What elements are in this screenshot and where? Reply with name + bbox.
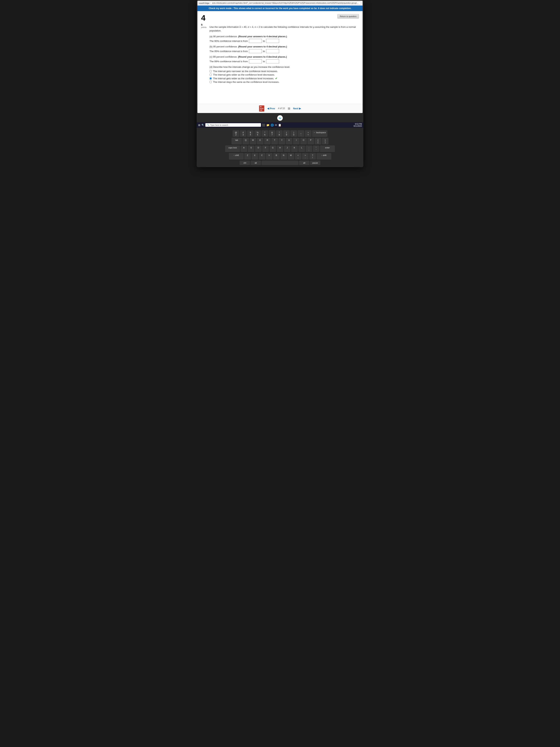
key-pause[interactable]: pause	[310, 161, 320, 165]
content-area: 4 Return to question 5 points Use the sa…	[197, 11, 363, 104]
key-5[interactable]: %5	[254, 130, 261, 137]
key-7[interactable]: &7	[269, 130, 275, 137]
keyboard-row-qwerty: tab Q W E R T Y U I O P {[ }]	[198, 138, 362, 145]
radio-label-2: The interval gets wider as the confidenc…	[213, 73, 275, 76]
key-backspace[interactable]: ← backspace	[312, 130, 327, 137]
next-button[interactable]: Next ▶	[293, 107, 301, 110]
key-tab[interactable]: tab	[232, 138, 242, 145]
key-4[interactable]: $4	[247, 130, 254, 137]
key-shift-right[interactable]: ↑ shift	[317, 153, 331, 160]
key-slash[interactable]: ?/	[309, 153, 316, 160]
taskbar-icon-5[interactable]: 📋	[278, 124, 281, 127]
radio-input-2[interactable]	[209, 74, 212, 76]
key-l[interactable]: L	[298, 146, 305, 153]
taskbar-icon-2[interactable]: 📁	[266, 124, 269, 127]
part-d-desc: Describe how the intervals change as you…	[213, 66, 290, 68]
return-to-question-button[interactable]: Return to question	[338, 14, 359, 19]
prev-label: Prev	[270, 107, 275, 110]
part-b-input1[interactable]	[249, 49, 262, 53]
key-period[interactable]: >.	[302, 153, 309, 160]
radio-input-4[interactable]	[209, 81, 212, 83]
key-enter[interactable]: enter	[320, 146, 335, 153]
return-button-area[interactable]: Return to question	[338, 14, 359, 19]
part-d-options: The interval gets narrower as the confid…	[209, 70, 359, 83]
part-c-input1[interactable]	[249, 59, 262, 63]
part-c-to: to	[263, 60, 265, 63]
question-text: Use the sample information x̄ = 40, σ = …	[209, 25, 359, 32]
part-b-input2[interactable]	[266, 49, 279, 53]
part-b-to: to	[263, 50, 265, 53]
key-quote[interactable]: "'	[313, 146, 319, 153]
section-header: 4 Return to question	[201, 14, 359, 22]
taskbar-icon-1[interactable]: ⬛	[262, 124, 265, 127]
mcgraw-hill-logo: McGrawHill	[259, 105, 264, 111]
key-h[interactable]: H	[277, 146, 283, 153]
browser-url[interactable]: ezto.mheducation.com/ext/map/index.html?…	[210, 1, 361, 5]
taskbar-time-block: 9:53 PM 8/11/2020	[354, 123, 362, 127]
key-d[interactable]: D	[255, 146, 262, 153]
key-z[interactable]: Z	[244, 153, 251, 160]
key-v[interactable]: V	[266, 153, 273, 160]
taskbar-date: 8/11/2020	[354, 125, 362, 127]
part-c-input2[interactable]	[266, 59, 279, 63]
key-c[interactable]: C	[259, 153, 265, 160]
taskbar: ⊞ 🔍 🔍 Type here to search ⬛ 📁 🌐 ✉ 📋 9:53…	[197, 122, 363, 128]
key-i[interactable]: I	[293, 138, 300, 145]
key-alt[interactable]: alt	[250, 161, 261, 165]
key-y[interactable]: Y	[278, 138, 285, 145]
key-m[interactable]: M	[288, 153, 294, 160]
key-q[interactable]: Q	[242, 138, 249, 145]
part-a-input1[interactable]	[249, 39, 262, 43]
key-t[interactable]: T	[271, 138, 278, 145]
key-a[interactable]: A	[241, 146, 247, 153]
browser-window: rosoft Edge ezto.mheducation.com/ext/map…	[197, 1, 363, 113]
key-ctrl[interactable]: ctrl	[240, 161, 250, 165]
key-3[interactable]: #3	[240, 130, 246, 137]
laptop-frame: rosoft Edge ezto.mheducation.com/ext/map…	[197, 0, 363, 167]
key-x[interactable]: X	[251, 153, 258, 160]
key-o[interactable]: O	[300, 138, 307, 145]
key-space[interactable]	[262, 161, 298, 165]
key-alt-right[interactable]: alt	[299, 161, 310, 165]
key-r[interactable]: R	[264, 138, 271, 145]
taskbar-search-box[interactable]: 🔍 Type here to search	[205, 123, 261, 127]
key-j[interactable]: J	[284, 146, 291, 153]
keyboard-row-asdf: caps lock A S D F G H J K L :; "' enter	[198, 146, 362, 153]
part-a-instruction: (Round your answers to 4 decimal places.…	[238, 35, 287, 38]
key-6[interactable]: ^6	[262, 130, 268, 137]
key-u[interactable]: U	[286, 138, 292, 145]
key-minus[interactable]: _-	[298, 130, 304, 137]
radio-label-3: The interval gets wider as the confidenc…	[213, 77, 274, 80]
key-w[interactable]: W	[250, 138, 256, 145]
taskbar-icon-4[interactable]: ✉	[275, 124, 277, 127]
key-capslock[interactable]: caps lock	[225, 146, 240, 153]
taskbar-icon-3[interactable]: 🌐	[271, 124, 274, 127]
key-n[interactable]: N	[281, 153, 287, 160]
key-2[interactable]: @2	[233, 130, 239, 137]
radio-input-3[interactable]	[209, 77, 212, 80]
key-p[interactable]: P	[308, 138, 314, 145]
key-plus[interactable]: +=	[305, 130, 312, 137]
windows-start-icon[interactable]: ⊞	[198, 124, 201, 127]
key-shift-left[interactable]: ↑ shift	[229, 153, 244, 160]
key-comma[interactable]: <,	[295, 153, 301, 160]
question-number: 4	[201, 14, 205, 22]
key-k[interactable]: K	[291, 146, 298, 153]
browser-title: rosoft Edge	[199, 2, 209, 4]
part-a-input2[interactable]	[266, 39, 279, 43]
key-semicolon[interactable]: :;	[305, 146, 312, 153]
key-e[interactable]: E	[257, 138, 264, 145]
radio-input-1[interactable]	[209, 70, 212, 73]
key-g[interactable]: G	[269, 146, 276, 153]
prev-button[interactable]: ◀ Prev	[267, 107, 275, 110]
key-f[interactable]: F	[262, 146, 269, 153]
key-8[interactable]: *8	[276, 130, 283, 137]
key-rbracket[interactable]: }]	[322, 138, 328, 145]
part-b-desc: 95 percent confidence.	[213, 45, 238, 48]
key-b[interactable]: B	[273, 153, 280, 160]
part-d-letter: (d)	[209, 66, 212, 68]
key-s[interactable]: S	[248, 146, 255, 153]
key-9[interactable]: (9	[283, 130, 290, 137]
key-0[interactable]: )0	[290, 130, 297, 137]
key-lbracket[interactable]: {[	[315, 138, 321, 145]
